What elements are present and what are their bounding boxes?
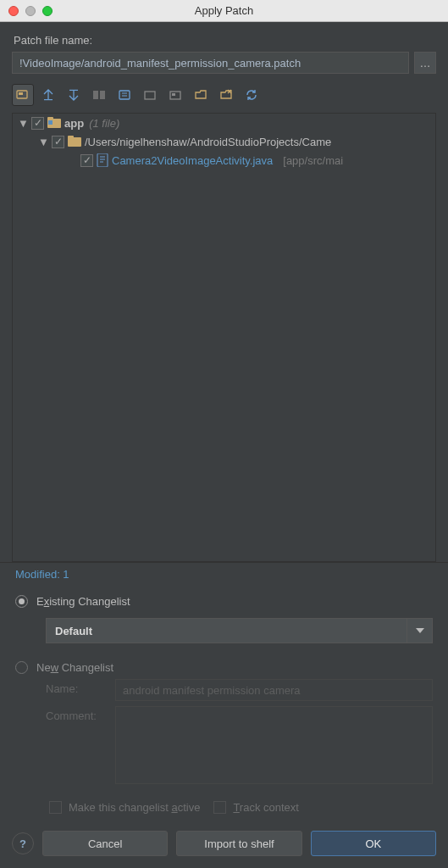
track-context-label: Track context <box>233 801 299 814</box>
expand-all-button[interactable] <box>37 84 59 106</box>
tree-project-row[interactable]: ▼ /Users/nigelhenshaw/AndroidStudioProje… <box>13 132 435 151</box>
browse-button[interactable]: … <box>414 52 436 74</box>
new-changelist-label: New Changelist <box>36 661 113 674</box>
tree-file-location: [app/src/mai <box>283 154 343 167</box>
collapse-icon <box>67 88 80 102</box>
svg-rect-5 <box>100 91 105 99</box>
changelist-dropdown[interactable]: Default <box>46 618 433 643</box>
expand-icon <box>41 88 55 102</box>
svg-rect-9 <box>172 93 175 96</box>
existing-changelist-radio[interactable]: Existing Changelist <box>15 589 433 613</box>
tree-file-name: Camera2VideoImageActivity.java <box>112 154 273 167</box>
svg-rect-7 <box>145 92 155 99</box>
import-to-shelf-button[interactable]: Import to shelf <box>176 831 301 856</box>
svg-rect-15 <box>97 153 108 167</box>
changes-tree[interactable]: ▼ app (1 file) ▼ /Users/nigelhenshaw/And… <box>12 113 436 562</box>
help-icon: ? <box>19 837 26 850</box>
refresh-icon <box>245 88 258 102</box>
chevron-down-icon[interactable]: ▼ <box>18 117 28 130</box>
folder-tree-icon <box>16 88 30 102</box>
group-by-directory-button[interactable] <box>12 84 34 106</box>
svg-rect-12 <box>48 120 53 125</box>
changelist-icon <box>118 88 131 102</box>
radio-icon <box>15 595 28 608</box>
existing-changelist-label: Existing Changelist <box>36 595 130 608</box>
chevron-down-icon <box>407 619 432 643</box>
move-to-changelist-button[interactable] <box>113 84 136 106</box>
tree-project-path: /Users/nigelhenshaw/AndroidStudioProject… <box>85 136 331 148</box>
refresh-button[interactable] <box>241 84 263 106</box>
tree-root-count: (1 file) <box>89 117 119 130</box>
checkbox[interactable] <box>52 136 64 148</box>
svg-rect-3 <box>69 90 78 91</box>
box2-icon <box>169 88 182 102</box>
name-label: Name: <box>46 679 108 695</box>
comment-label: Comment: <box>46 706 108 722</box>
chevron-down-icon[interactable]: ▼ <box>38 136 48 148</box>
make-active-checkbox: Make this changelist active <box>49 801 200 814</box>
ellipsis-icon: … <box>420 57 431 70</box>
toolbar-btn-9[interactable] <box>215 84 237 106</box>
window-title: Apply Patch <box>0 4 448 17</box>
box-icon <box>143 88 157 102</box>
tree-file-row[interactable]: Camera2VideoImageActivity.java [app/src/… <box>13 151 435 170</box>
modified-count: Modified: 1 <box>0 562 448 589</box>
tree-root-name: app <box>64 117 84 130</box>
toolbar-btn-8[interactable] <box>190 84 212 106</box>
make-active-label: Make this changelist active <box>69 801 200 814</box>
toolbar-btn-7[interactable] <box>164 84 186 106</box>
patch-file-label: Patch file name: <box>0 22 448 52</box>
folder-icon <box>68 136 81 147</box>
folder-open-icon <box>194 88 207 102</box>
folder-x-icon <box>219 88 233 102</box>
collapse-all-button[interactable] <box>63 84 85 106</box>
svg-rect-2 <box>44 99 53 100</box>
module-icon <box>47 117 61 129</box>
checkbox[interactable] <box>80 154 93 167</box>
track-context-checkbox: Track context <box>213 801 299 814</box>
tree-root-row[interactable]: ▼ app (1 file) <box>13 114 435 132</box>
help-button[interactable]: ? <box>12 832 34 854</box>
show-diff-button[interactable] <box>88 84 110 106</box>
cancel-button[interactable]: Cancel <box>42 831 168 856</box>
svg-rect-1 <box>19 92 23 95</box>
radio-icon <box>15 661 28 674</box>
changelist-name-input <box>115 679 433 701</box>
diff-icon <box>92 88 106 102</box>
checkbox[interactable] <box>31 117 44 130</box>
changelist-comment-input <box>115 706 433 784</box>
patch-file-input[interactable] <box>12 52 409 74</box>
svg-rect-6 <box>119 91 130 99</box>
svg-rect-11 <box>47 117 53 120</box>
checkbox-icon <box>49 801 62 814</box>
svg-rect-4 <box>93 91 98 99</box>
checkbox-icon <box>213 801 226 814</box>
java-file-icon <box>97 153 108 167</box>
changelist-selected: Default <box>55 625 92 637</box>
svg-rect-14 <box>68 136 74 139</box>
toolbar-btn-6[interactable] <box>139 84 161 106</box>
ok-button[interactable]: OK <box>311 831 436 856</box>
new-changelist-radio[interactable]: New Changelist <box>15 655 433 679</box>
